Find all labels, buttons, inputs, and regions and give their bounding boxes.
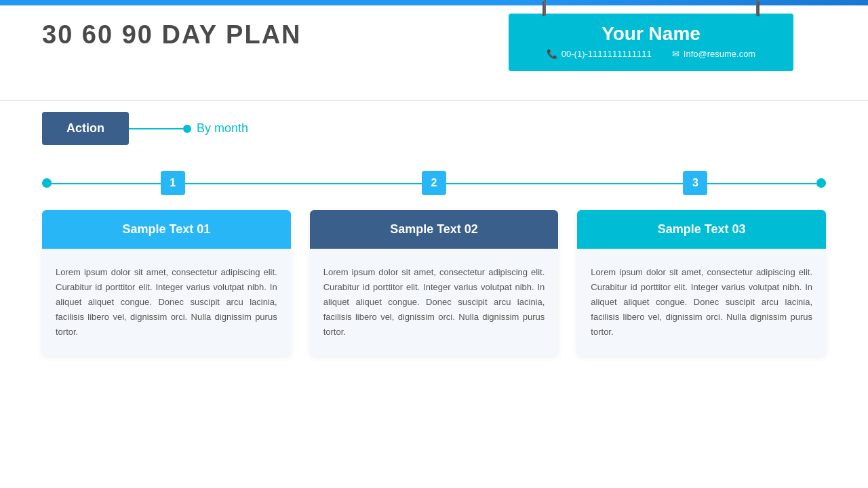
action-line: By month [129,121,248,136]
email-address: Info@resume.com [684,49,755,59]
pin-left [544,0,546,16]
timeline-node-1: 1 [161,171,185,195]
card-2-body: Lorem ipsum dolor sit amet, consectetur … [310,249,559,356]
card-3-header: Sample Text 03 [577,210,826,249]
name-card-title: Your Name [525,23,777,45]
cards-row: Sample Text 01 Lorem ipsum dolor sit ame… [42,210,826,356]
action-section: Action By month [42,112,248,145]
name-card-info: 📞 00-(1)-1111111111111 ✉ Info@resume.com [525,49,777,59]
node-badge-1: 1 [161,171,185,195]
top-bar [0,0,868,5]
card-1: Sample Text 01 Lorem ipsum dolor sit ame… [42,210,291,356]
phone-number: 00-(1)-1111111111111 [561,49,652,59]
card-3-body: Lorem ipsum dolor sit amet, consectetur … [577,249,826,356]
action-line-bar [129,128,183,129]
name-card: Your Name 📞 00-(1)-1111111111111 ✉ Info@… [509,14,793,71]
email-info: ✉ Info@resume.com [672,49,755,59]
timeline-dot-start [42,178,52,188]
action-dot [183,125,191,133]
timeline-node-3: 3 [683,171,707,195]
card-1-header: Sample Text 01 [42,210,291,249]
card-2: Sample Text 02 Lorem ipsum dolor sit ame… [310,210,559,356]
by-month-label: By month [197,121,248,136]
main-title: 30 60 90 DAY PLAN [42,20,302,49]
node-badge-3: 3 [683,171,707,195]
phone-icon: 📞 [547,49,557,59]
card-3: Sample Text 03 Lorem ipsum dolor sit ame… [577,210,826,356]
timeline-dot-end [816,178,826,188]
title-divider [0,100,868,101]
pin-right [756,0,758,16]
node-badge-2: 2 [422,171,446,195]
card-2-header: Sample Text 02 [310,210,559,249]
timeline-node-2: 2 [422,171,446,195]
card-1-body: Lorem ipsum dolor sit amet, consectetur … [42,249,291,356]
action-button[interactable]: Action [42,112,129,145]
email-icon: ✉ [672,49,679,59]
phone-info: 📞 00-(1)-1111111111111 [547,49,652,59]
